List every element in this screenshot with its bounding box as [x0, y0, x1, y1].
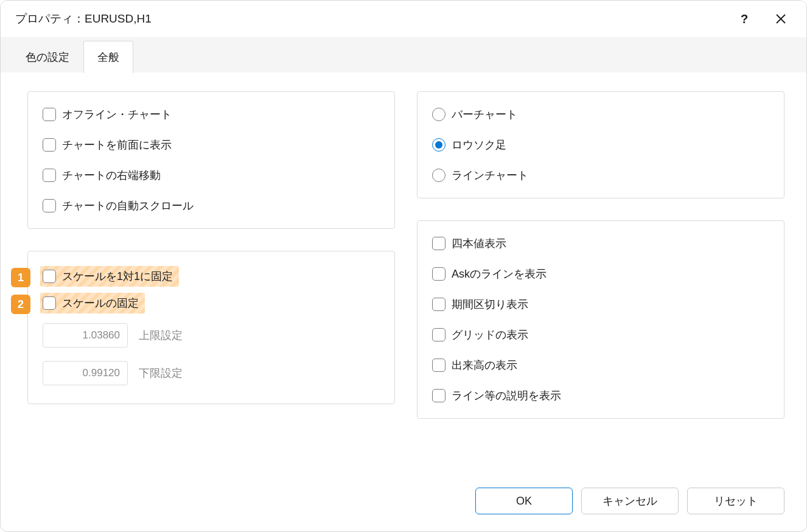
help-icon: ?: [741, 12, 748, 26]
checkbox-ohlc[interactable]: 四本値表示: [432, 237, 769, 250]
radio-icon: [432, 108, 445, 121]
upper-limit-input[interactable]: [43, 323, 128, 348]
dialog-title: プロパティ：EURUSD,H1: [15, 11, 726, 27]
checkbox-label: チャートの自動スクロール: [62, 199, 194, 212]
checkbox-autoscroll[interactable]: チャートの自動スクロール: [43, 199, 380, 212]
lower-limit-row: 下限設定: [43, 361, 380, 385]
checkbox-fix-scale[interactable]: 2 スケールの固定: [43, 296, 380, 310]
annotation-badge-2: 2: [11, 295, 30, 314]
checkbox-label: ライン等の説明を表示: [452, 389, 561, 402]
checkbox-icon: [43, 169, 56, 182]
lower-limit-input[interactable]: [43, 361, 128, 385]
left-column: オフライン・チャート チャートを前面に表示 チャートの右端移動 チャートの自動ス…: [27, 91, 395, 457]
checkbox-volume[interactable]: 出来高の表示: [432, 359, 769, 372]
checkbox-period-sep[interactable]: 期間区切り表示: [432, 298, 769, 311]
checkbox-right-shift[interactable]: チャートの右端移動: [43, 169, 380, 182]
radio-label: バーチャート: [452, 108, 517, 121]
titlebar: プロパティ：EURUSD,H1 ?: [1, 1, 806, 37]
checkbox-icon: [432, 298, 445, 311]
content-area: オフライン・チャート チャートを前面に表示 チャートの右端移動 チャートの自動ス…: [1, 73, 806, 475]
checkbox-label: 期間区切り表示: [452, 298, 528, 311]
checkbox-grid[interactable]: グリッドの表示: [432, 328, 769, 341]
help-button[interactable]: ?: [726, 6, 763, 32]
checkbox-label: グリッドの表示: [452, 328, 528, 341]
radio-icon: [432, 138, 445, 152]
cancel-button[interactable]: キャンセル: [581, 488, 679, 514]
properties-dialog: プロパティ：EURUSD,H1 ? 色の設定 全般 オフライン・チャート チャー…: [0, 0, 807, 532]
checkbox-label: スケールの固定: [62, 296, 139, 310]
checkbox-icon: [43, 296, 56, 310]
checkbox-ask-line[interactable]: Askのラインを表示: [432, 267, 769, 281]
radio-label: ラインチャート: [452, 169, 528, 182]
scale-panel: 1 スケールを1対1に固定 2 スケールの固定: [27, 251, 395, 404]
checkbox-icon: [43, 138, 56, 152]
chart-type-panel: バーチャート ロウソク足 ラインチャート: [417, 91, 784, 198]
close-icon: [775, 13, 786, 24]
tab-colors[interactable]: 色の設定: [12, 41, 83, 73]
checkbox-icon: [432, 267, 445, 281]
checkbox-label: チャートを前面に表示: [62, 138, 172, 152]
dialog-footer: OK キャンセル リセット: [1, 475, 806, 531]
radio-label: ロウソク足: [452, 138, 506, 152]
checkbox-icon: [432, 328, 445, 341]
ok-button[interactable]: OK: [475, 488, 573, 514]
checkbox-icon: [432, 237, 445, 250]
checkbox-label: オフライン・チャート: [62, 108, 172, 121]
checkbox-label: スケールを1対1に固定: [62, 270, 173, 283]
checkbox-label: チャートの右端移動: [62, 169, 161, 182]
annotation-badge-1: 1: [11, 268, 30, 287]
checkbox-line-descr[interactable]: ライン等の説明を表示: [432, 389, 769, 402]
checkbox-icon: [43, 270, 56, 283]
checkbox-icon: [432, 389, 445, 402]
checkbox-label: 四本値表示: [452, 237, 506, 250]
radio-line-chart[interactable]: ラインチャート: [432, 169, 769, 182]
checkbox-icon: [43, 199, 56, 212]
checkbox-offline-chart[interactable]: オフライン・チャート: [43, 108, 380, 121]
lower-limit-label: 下限設定: [139, 366, 183, 380]
right-column: バーチャート ロウソク足 ラインチャート 四本値表示 As: [417, 91, 784, 457]
radio-bar-chart[interactable]: バーチャート: [432, 108, 769, 121]
highlight-2: スケールの固定: [43, 296, 139, 310]
checkbox-icon: [43, 108, 56, 121]
tabstrip: 色の設定 全般: [1, 37, 806, 73]
reset-button[interactable]: リセット: [687, 488, 784, 514]
radio-candlestick[interactable]: ロウソク足: [432, 138, 769, 152]
upper-limit-row: 上限設定: [43, 323, 380, 348]
checkbox-icon: [432, 359, 445, 372]
checkbox-label: Askのラインを表示: [452, 267, 547, 281]
highlight-1: スケールを1対1に固定: [43, 270, 173, 283]
radio-icon: [432, 169, 445, 182]
tab-general[interactable]: 全般: [83, 41, 133, 73]
display-options-panel: 四本値表示 Askのラインを表示 期間区切り表示 グリッドの表示 出来高の表示: [417, 220, 784, 419]
checkbox-label: 出来高の表示: [452, 359, 517, 372]
upper-limit-label: 上限設定: [139, 328, 183, 343]
checkbox-chart-front[interactable]: チャートを前面に表示: [43, 138, 380, 152]
close-button[interactable]: [763, 6, 799, 32]
chart-options-panel: オフライン・チャート チャートを前面に表示 チャートの右端移動 チャートの自動ス…: [27, 91, 395, 229]
checkbox-scale-1to1[interactable]: 1 スケールを1対1に固定: [43, 270, 380, 283]
